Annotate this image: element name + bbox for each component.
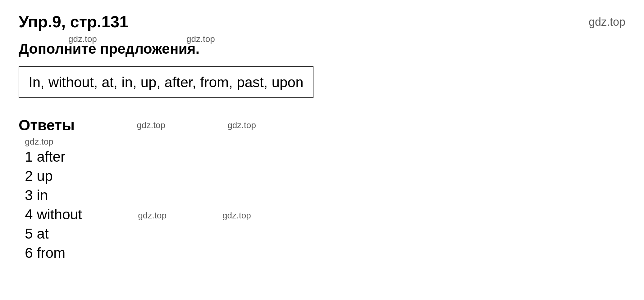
watermark-inline-2: gdz.top: [186, 34, 215, 44]
watermark-answers-top: gdz.top: [25, 137, 625, 147]
watermark-top-right: gdz.top: [589, 16, 625, 29]
watermark-inline-1: gdz.top: [68, 34, 97, 44]
watermark-mid-2: gdz.top: [222, 211, 251, 221]
answers-title: Ответы: [19, 117, 75, 134]
watermark-mid-1: gdz.top: [138, 211, 167, 221]
section-subtitle: Дополните предложения.: [19, 40, 625, 57]
answers-list: gdz.top 1 after 2 up 3 in 4 without gdz.…: [19, 137, 625, 261]
list-item: 1 after: [25, 148, 625, 165]
list-item: 6 from: [25, 244, 625, 261]
answers-section: Ответы gdz.top gdz.top gdz.top 1 after 2…: [19, 117, 625, 261]
list-item: 5 at: [25, 225, 625, 242]
watermark-answers-2: gdz.top: [227, 120, 256, 130]
list-item: 3 in: [25, 187, 625, 204]
list-item: 2 up: [25, 168, 625, 184]
answer-row-4-with-watermarks: 4 without gdz.top gdz.top: [25, 206, 625, 225]
list-item: 4 without: [25, 206, 82, 223]
watermark-answers-1: gdz.top: [137, 120, 165, 130]
page-title: Упр.9, стр.131: [19, 12, 128, 31]
word-box: In, without, at, in, up, after, from, pa…: [19, 66, 313, 98]
